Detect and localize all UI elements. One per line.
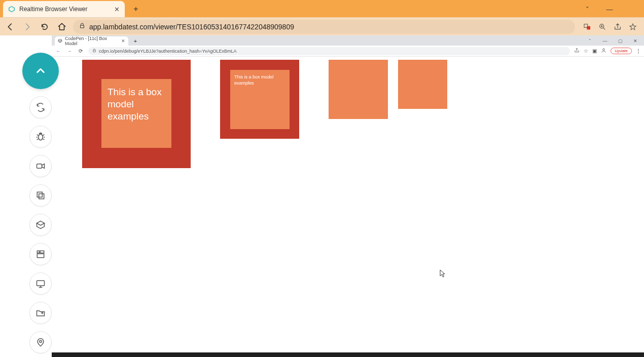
box-model-demo: This is a box model examples This is a b… [52, 57, 644, 168]
box-1-outer: This is a box model examples [82, 60, 191, 168]
inner-forward-button[interactable]: → [66, 48, 73, 54]
lt-sidebar [22, 53, 59, 357]
svg-rect-4 [37, 164, 42, 168]
inner-omnibox[interactable]: cdpn.io/pen/debug/eYLBJJe?authentication… [88, 47, 570, 55]
home-button[interactable] [56, 21, 68, 33]
switch-icon[interactable] [29, 96, 52, 118]
inner-url-text: cdpn.io/pen/debug/eYLBJJe?authentication… [99, 49, 236, 54]
box-2-inner: This is a box model examples [230, 70, 290, 129]
lambdatest-favicon-icon [8, 6, 15, 13]
box-2-outer: This is a box model examples [220, 60, 299, 139]
svg-point-3 [39, 134, 43, 140]
svg-rect-1 [587, 26, 590, 29]
svg-point-11 [40, 340, 42, 342]
inner-maximize-icon[interactable]: ▢ [613, 36, 628, 46]
window-minimize-icon[interactable]: — [598, 1, 621, 17]
codepen-favicon-icon [58, 38, 62, 44]
inner-profile-icon[interactable] [601, 48, 606, 54]
box-3 [329, 60, 388, 119]
sidebar-collapse-button[interactable] [22, 53, 59, 89]
inner-new-tab-button[interactable]: + [131, 37, 139, 45]
translate-icon[interactable] [583, 23, 591, 31]
lock-icon [79, 23, 85, 30]
outer-browser-window: Realtime Browser Viewer ✕ + ˅ — ✕ app.la… [0, 0, 644, 357]
inner-content: This is a box model examples This is a b… [52, 57, 644, 352]
new-tab-button[interactable]: + [129, 2, 143, 16]
outer-tab[interactable]: Realtime Browser Viewer ✕ [3, 1, 125, 17]
inner-tabstrip: CodePen - [11c] Box Model ✕ + ˅ — ▢ ✕ [52, 35, 644, 46]
svg-rect-6 [37, 192, 42, 197]
mouse-cursor-icon [440, 269, 446, 277]
location-icon[interactable] [29, 331, 52, 353]
outer-toolbar: app.lambdatest.com/viewer/TES10160531401… [0, 17, 644, 35]
back-button[interactable] [4, 21, 16, 33]
layout-icon[interactable] [29, 243, 52, 265]
outer-right-icons [580, 23, 640, 31]
folder-icon[interactable] [29, 302, 52, 324]
inner-chevron-icon[interactable]: ˅ [582, 36, 597, 46]
remote-viewport: CodePen - [11c] Box Model ✕ + ˅ — ▢ ✕ ← … [0, 35, 644, 357]
inner-tab[interactable]: CodePen - [11c] Box Model ✕ [55, 36, 128, 46]
box-4 [398, 60, 447, 109]
inner-minimize-icon[interactable]: — [597, 36, 613, 46]
forward-button[interactable] [21, 21, 33, 33]
inner-tab-title: CodePen - [11c] Box Model [65, 36, 119, 46]
bookmark-icon[interactable] [629, 23, 637, 31]
inner-window-controls: ˅ — ▢ ✕ [582, 36, 644, 46]
screen-icon[interactable] [29, 272, 52, 295]
outer-url-text: app.lambdatest.com/viewer/TES10160531401… [89, 23, 294, 31]
inner-close-tab-icon[interactable]: ✕ [121, 38, 125, 44]
remote-taskbar[interactable] [52, 352, 644, 357]
window-chevron-icon[interactable]: ˅ [576, 1, 598, 17]
inner-toolbar: ← → ⟳ cdpn.io/pen/debug/eYLBJJe?authenti… [52, 46, 644, 57]
bug-icon[interactable] [29, 126, 52, 148]
inner-update-button[interactable]: Update [611, 48, 632, 54]
outer-tab-title: Realtime Browser Viewer [19, 6, 88, 13]
outer-omnibox[interactable]: app.lambdatest.com/viewer/TES10160531401… [73, 20, 575, 34]
svg-point-12 [603, 49, 605, 51]
svg-rect-8 [40, 251, 44, 253]
inner-bookmark-icon[interactable]: ☆ [584, 48, 588, 54]
svg-rect-5 [39, 194, 44, 199]
inner-close-icon[interactable]: ✕ [628, 36, 643, 46]
zoom-icon[interactable] [598, 23, 606, 31]
svg-rect-7 [37, 251, 39, 253]
inner-right-icons: ☆ ▣ Update ⋮ [574, 48, 641, 54]
inner-reload-button[interactable]: ⟳ [77, 48, 84, 54]
inner-lock-icon [92, 49, 96, 54]
outer-tabstrip: Realtime Browser Viewer ✕ + ˅ — ✕ [0, 0, 644, 17]
share-icon[interactable] [614, 23, 622, 31]
inner-extensions-icon[interactable]: ▣ [592, 48, 597, 54]
box-1-inner: This is a box model examples [101, 79, 171, 148]
inner-share-icon[interactable] [574, 48, 580, 54]
devtools-icon[interactable] [29, 214, 52, 236]
reload-button[interactable] [39, 21, 51, 33]
inner-menu-icon[interactable]: ⋮ [636, 48, 641, 54]
inner-browser-window: CodePen - [11c] Box Model ✕ + ˅ — ▢ ✕ ← … [52, 35, 644, 352]
svg-rect-9 [37, 254, 44, 258]
video-icon[interactable] [29, 155, 52, 177]
svg-rect-10 [37, 281, 45, 286]
outer-window-controls: ˅ — ✕ [576, 1, 644, 17]
copy-icon[interactable] [29, 184, 52, 207]
close-tab-icon[interactable]: ✕ [114, 6, 120, 13]
